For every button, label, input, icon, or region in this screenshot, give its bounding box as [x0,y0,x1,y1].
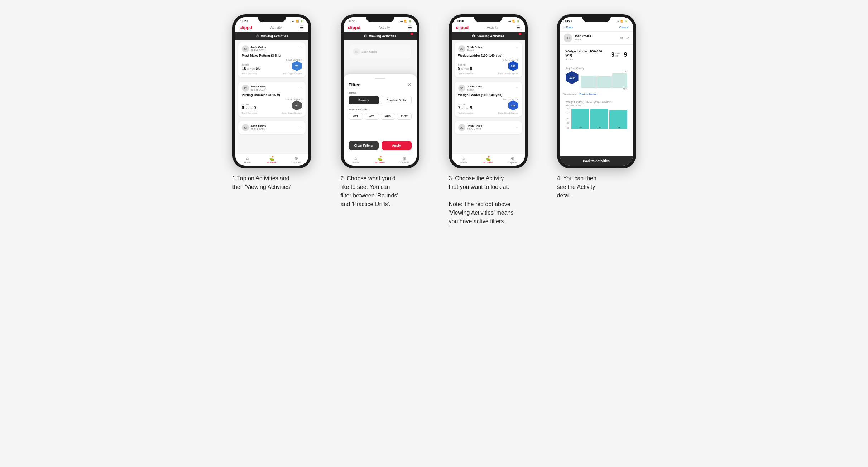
bottom-nav-3: ⌂ Home ⛳ Activities ⊕ Capture [452,154,525,166]
score-value-1-2: 0 [242,105,244,110]
score-row-4: Score [566,58,608,61]
score-value-3-1: 9 [458,66,461,71]
menu-icon-1[interactable]: ☰ [300,25,304,30]
signal-icon-4: ▪▪▪ [617,20,619,22]
nav-home-1[interactable]: ⌂ Home [235,156,260,164]
close-button[interactable]: ✕ [407,82,412,87]
dots-1-2[interactable]: ··· [298,85,302,90]
chart-section-4: Wedge Ladder (100–140 yds) - 06 Mar 23 A… [563,99,630,154]
phone-frame-2: 13:21 ▪▪▪ 📶 🔋 clippd Activity ☰ ⚙ Viewin… [341,14,419,168]
drill-app[interactable]: APP [365,113,379,120]
viewing-activities-bar-1[interactable]: ⚙ Viewing Activities [235,32,308,40]
viewing-activities-bar-3[interactable]: ⚙ Viewing Activities [452,32,525,40]
activity-card-1-1[interactable]: JC Josh Coles 28 Feb 2023 ··· Must Make … [238,42,306,77]
activity-card-3-1[interactable]: JC Josh Coles Today ··· Wedge Ladder (10… [455,42,522,77]
shots-number-4: 9 [624,52,627,58]
activity-card-3-2[interactable]: JC Josh Coles Today ··· Wedge Ladder (10… [455,82,522,117]
drill-title-3-2: Wedge Ladder (100–140 yds) [458,93,518,97]
clear-filters-button[interactable]: Clear Filters [349,141,379,150]
shots-value-1-2: 9 [254,105,256,110]
signal-icon: ▪▪▪ [292,20,294,22]
user-row-3-1: JC Josh Coles Today [458,45,483,52]
user-name-detail-4: Josh Coles [574,34,591,38]
bar-label-3-4: 124 [609,127,627,129]
nav-capture-3[interactable]: ⊕ Capture [500,156,525,164]
score-badge-group-4: 9 OUT OF 9 [611,52,627,58]
activity-card-1-2[interactable]: JC Josh Coles 28 Feb 2023 ··· Putting Co… [238,82,306,117]
bar-3-4: 124 [609,110,627,129]
rounds-button[interactable]: Rounds [349,96,379,104]
nav-home-2[interactable]: ⌂ Home [344,156,368,164]
dots-1-3[interactable]: ··· [298,125,302,130]
wifi-icon: 📶 [296,20,299,23]
logo-1: clippd [240,25,252,30]
drill-arg[interactable]: ARG [381,113,395,120]
practice-session-label-4: Practice Session [579,93,596,95]
phone-col-4: 13:21 ▪▪▪ 📶 🔋 < Back Cancel JC Josh Cole… [548,14,645,200]
avatar-3-1: JC [458,45,465,52]
back-button-4[interactable]: < Back [564,25,574,29]
dots-3-3[interactable]: ··· [514,125,518,130]
sq-group-1-1: Shot Quality 75 [286,59,302,71]
card-header-1-2: JC Josh Coles 28 Feb 2023 ··· [242,85,302,92]
user-row-1-2: JC Josh Coles 28 Feb 2023 [242,85,266,92]
dots-3-2[interactable]: ··· [514,85,518,90]
nav-activities-2[interactable]: ⛳ Activities [368,156,392,164]
edit-icon-4[interactable]: ✏ [620,35,624,40]
bar-label-2-4: 129 [590,127,608,129]
nav-activities-3[interactable]: ⛳ Activities [476,156,500,164]
user-date-detail-4: Today [574,38,591,41]
status-icons-2: ▪▪▪ 📶 🔋 [400,20,411,23]
capture-icon-1: ⊕ [294,156,298,161]
score-section-4: Wedge Ladder (100–140 yds) Score 9 OUT O… [563,47,630,63]
footer1-3-1: Test Information [458,72,474,75]
menu-icon-3[interactable]: ☰ [516,25,520,30]
practice-drills-button[interactable]: Practice Drills [381,96,412,104]
nav-capture-1[interactable]: ⊕ Capture [284,156,308,164]
bg-dots-2: ··· [403,49,407,54]
activity-card-3-3[interactable]: JC Josh Coles 28 Feb 2023 ··· [455,121,522,134]
modal-header: Filter ✕ [349,82,412,87]
footer1-1-2: Test Information [242,112,257,114]
dots-1-1[interactable]: ··· [298,45,302,50]
battery-icon-2: 🔋 [408,20,412,23]
nav-bar-2: clippd Activity ☰ [344,23,417,32]
stat-group-3-2: Score 7 OUT OF 9 [458,103,473,110]
nav-capture-2[interactable]: ⊕ Capture [392,156,417,164]
footer2-3-1: Data: Clippd Capture [498,72,518,75]
footer1-3-2: Test Information [458,112,474,114]
drill-putt[interactable]: PUTT [397,113,411,120]
stat-group-score-1-2: Score 0 OUT OF 9 [242,103,256,110]
y-axis-4: 140 120 100 80 60 [566,108,570,129]
activity-card-1-3[interactable]: JC Josh Coles 28 Feb 2023 ··· [238,121,306,134]
shots-value-1-1: 20 [256,66,260,71]
nav-activities-label-2: Activities [375,161,385,164]
nav-activities-label-3: Activities [483,161,493,164]
drill-ott[interactable]: OTT [349,113,363,120]
expand-icon-4[interactable]: ⤢ [626,35,629,40]
home-icon-1: ⌂ [246,156,249,161]
bar-1-4: 132 [571,109,589,129]
cancel-button-4[interactable]: Cancel [619,25,629,29]
toggle-row: Rounds Practice Drills [349,96,412,104]
screen-content-2: JC Josh Coles ··· Filter ✕ Show [344,40,417,154]
status-icons-3: ▪▪▪ 📶 🔋 [508,20,519,23]
viewing-activities-bar-2[interactable]: ⚙ Viewing Activities [344,32,417,40]
apply-button[interactable]: Apply [382,141,412,150]
sq-group-1-2: Shot Quality 45 [286,98,302,110]
out-of-4: OUT OF [615,53,623,57]
nav-activities-1[interactable]: ⛳ Activities [260,156,284,164]
avatar-1-3: JC [242,124,249,131]
avg-shot-section-4: Avg Shot Quality 130 130 [563,65,630,87]
nav-home-3[interactable]: ⌂ Home [452,156,476,164]
user-date-3-1: Today [467,49,483,52]
sq-badge-1-1: 75 [292,61,302,71]
menu-icon-2[interactable]: ☰ [408,25,412,30]
caption-4: 4. You can then see the Activity detail. [557,174,636,200]
user-info-1-3: Josh Coles 28 Feb 2023 [251,124,266,131]
viewing-activities-label-3: Viewing Activities [477,34,504,38]
back-to-activities-button-4[interactable]: Back to Activities [560,156,633,166]
avatar-1-2: JC [242,85,249,92]
dots-3-1[interactable]: ··· [514,45,518,50]
screen-content-1: JC Josh Coles 28 Feb 2023 ··· Must Make … [235,40,308,154]
